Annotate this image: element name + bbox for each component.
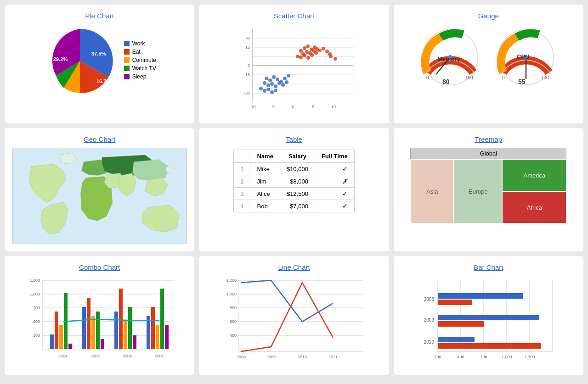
- svg-text:1,300: 1,300: [29, 278, 40, 283]
- treemap-america: America: [502, 159, 566, 191]
- svg-text:0: 0: [248, 63, 250, 68]
- svg-rect-95: [59, 325, 63, 349]
- svg-text:12.5%: 12.5%: [65, 91, 79, 96]
- svg-rect-148: [438, 337, 475, 342]
- svg-text:16.7%: 16.7%: [96, 78, 111, 84]
- svg-rect-100: [91, 316, 95, 349]
- svg-rect-110: [156, 325, 159, 349]
- gauge-title[interactable]: Gauge: [478, 12, 499, 20]
- line-chart-title[interactable]: Line Chart: [278, 263, 310, 271]
- svg-point-45: [268, 78, 272, 82]
- svg-point-58: [259, 87, 263, 90]
- svg-text:55: 55: [518, 78, 526, 85]
- table-row: 1 Mike $10,000 ✓: [234, 163, 354, 175]
- svg-text:-10: -10: [249, 105, 255, 109]
- combo-chart-svg: 1,300 1,000 700 400 100 2004 2005 2006 2…: [17, 276, 182, 367]
- svg-text:400: 400: [33, 319, 40, 324]
- svg-point-54: [274, 84, 277, 88]
- pie-chart-title[interactable]: Pie Chart: [85, 12, 114, 20]
- svg-text:2010: 2010: [424, 339, 435, 345]
- treemap-title[interactable]: Treemap: [475, 135, 502, 143]
- treemap-global: Global: [410, 148, 566, 159]
- svg-point-37: [314, 51, 318, 55]
- svg-text:400: 400: [458, 355, 464, 359]
- treemap-europe: Europe: [454, 159, 502, 223]
- svg-point-50: [287, 74, 290, 78]
- scatter-chart-title[interactable]: Scatter Chart: [274, 12, 314, 20]
- treemap-card: Treemap Global Asia Europe America Afric…: [394, 128, 583, 251]
- svg-point-56: [281, 83, 285, 87]
- svg-text:15: 15: [245, 45, 250, 50]
- svg-point-22: [299, 49, 303, 53]
- gauge-card: Gauge 0 100 80 Memory: [394, 5, 583, 123]
- svg-point-33: [299, 56, 303, 59]
- svg-rect-146: [438, 315, 539, 320]
- svg-point-46: [272, 75, 276, 79]
- geo-chart-title[interactable]: Geo Chart: [84, 135, 115, 143]
- data-table: Name Salary Full Time 1 Mike $10,000 ✓ 2…: [233, 150, 354, 212]
- svg-text:30: 30: [245, 36, 250, 40]
- svg-text:2010: 2010: [298, 355, 307, 359]
- treemap-main-row: Asia Europe America Africa: [410, 159, 566, 223]
- svg-text:1,000: 1,000: [502, 355, 512, 359]
- treemap-asia: Asia: [410, 159, 454, 223]
- svg-point-52: [266, 83, 270, 87]
- svg-point-34: [303, 54, 306, 57]
- svg-point-36: [310, 53, 314, 57]
- combo-chart-title[interactable]: Combo Chart: [79, 263, 120, 271]
- svg-rect-112: [165, 325, 169, 349]
- svg-text:400: 400: [230, 333, 237, 338]
- svg-rect-147: [438, 321, 484, 327]
- svg-text:0: 0: [292, 105, 294, 109]
- svg-text:5: 5: [312, 105, 314, 109]
- line-chart-svg: 1,200 1,000 800 600 400 2008 2009 2010 2…: [216, 276, 372, 367]
- svg-point-42: [329, 55, 333, 58]
- line-chart-card: Line Chart 1,200 1,000 800 600 400 2008 …: [199, 256, 389, 375]
- svg-rect-104: [119, 289, 123, 349]
- svg-rect-103: [114, 312, 118, 349]
- combo-chart-card: Combo Chart 1,300 1,000 700 400 100 2004…: [5, 256, 194, 375]
- geo-chart-card: Geo Chart: [5, 128, 194, 251]
- svg-text:100: 100: [33, 333, 40, 338]
- svg-rect-101: [96, 312, 100, 349]
- geo-chart-svg: [12, 148, 187, 244]
- svg-text:10: 10: [331, 105, 336, 109]
- svg-text:2006: 2006: [123, 354, 132, 358]
- svg-text:0: 0: [426, 75, 429, 80]
- svg-text:1,000: 1,000: [226, 292, 237, 296]
- svg-rect-99: [87, 298, 90, 349]
- svg-point-40: [325, 50, 329, 53]
- table-card: Table Name Salary Full Time 1 Mike $10,0…: [199, 128, 389, 251]
- svg-point-39: [322, 47, 325, 50]
- bar-chart-svg: 100 400 700 1,000 1,300 2008 2009 2010: [410, 276, 566, 367]
- svg-point-28: [305, 50, 309, 54]
- table-row: 2 Jim $8,000 ✗: [234, 175, 354, 188]
- svg-text:1,300: 1,300: [525, 355, 535, 359]
- svg-text:Memory: Memory: [437, 56, 461, 62]
- table-row: 3 Alice $12,500 ✓: [234, 188, 354, 200]
- svg-text:80: 80: [442, 78, 450, 85]
- bar-chart-title[interactable]: Bar Chart: [474, 263, 503, 271]
- svg-rect-111: [160, 289, 164, 349]
- table-title[interactable]: Table: [286, 135, 302, 143]
- svg-rect-102: [101, 339, 104, 349]
- svg-rect-98: [82, 307, 86, 349]
- svg-rect-94: [55, 312, 58, 349]
- svg-point-51: [263, 81, 266, 85]
- svg-point-49: [283, 77, 287, 80]
- gauges-row: 0 100 80 Memory 0 100 55 CPU: [417, 24, 560, 91]
- svg-point-35: [306, 56, 310, 60]
- svg-rect-105: [124, 321, 127, 349]
- svg-text:2008: 2008: [237, 355, 246, 359]
- svg-text:-30: -30: [244, 91, 250, 95]
- svg-point-53: [270, 82, 274, 86]
- svg-point-60: [266, 88, 270, 91]
- svg-text:0: 0: [502, 75, 505, 80]
- memory-gauge-svg: 0 100 80 Memory: [417, 24, 484, 91]
- svg-rect-97: [68, 344, 72, 349]
- svg-rect-145: [438, 300, 472, 305]
- svg-text:CPU: CPU: [517, 53, 529, 60]
- svg-text:2007: 2007: [155, 354, 164, 358]
- svg-point-62: [274, 89, 277, 92]
- scatter-chart-svg: 30 15 0 -15 -30 -10 -5 0 5 10: [230, 24, 358, 116]
